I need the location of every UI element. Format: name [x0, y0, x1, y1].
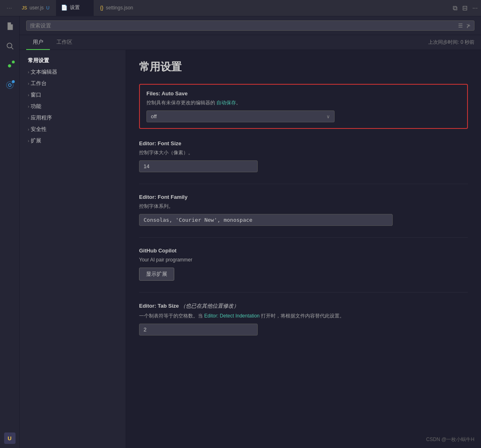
settings-panel: 常用设置 Files: Auto Save 控制具有未保存更改的编辑器的 自动保…: [126, 50, 481, 448]
settings-content: 常用设置 › 文本编辑器 › 工作台 › 窗口 › 功能: [20, 50, 481, 448]
tab-size-label: Editor: Tab Size （也已在其他位置修改）: [139, 302, 468, 310]
nav-item-extensions[interactable]: › 扩展: [20, 135, 126, 146]
auto-save-desc-before: 控制具有未保存更改的编辑器的: [146, 100, 216, 106]
nav-text-editor-label: 文本编辑器: [31, 68, 57, 76]
auto-save-link[interactable]: 自动保存: [216, 100, 236, 106]
chevron-text-editor-icon: ›: [28, 70, 29, 74]
chevron-features-icon: ›: [28, 104, 29, 109]
tab-workspace[interactable]: 工作区: [50, 35, 79, 50]
chevron-window-icon: ›: [28, 93, 29, 97]
nav-item-features[interactable]: › 功能: [20, 101, 126, 112]
detect-indentation-link[interactable]: Editor: Detect Indentation: [204, 313, 259, 319]
tab-userjs-label: user.js: [29, 5, 44, 11]
sync-label: 上次同步时间: 0 秒前: [428, 39, 474, 46]
svg-line-1: [11, 47, 13, 50]
font-family-label: Editor: Font Family: [139, 194, 468, 200]
chevron-security-icon: ›: [28, 127, 29, 132]
divider-font-family: [139, 237, 468, 238]
search-icons: ☰ ⊁: [458, 23, 471, 29]
github-copilot-desc: Your AI pair programmer: [139, 256, 468, 263]
tab-size-input[interactable]: [139, 324, 258, 335]
watermark: CSDN @一枚小蜗牛H: [426, 436, 474, 443]
more-actions-icon[interactable]: ···: [472, 5, 478, 12]
nav-item-application[interactable]: › 应用程序: [20, 112, 126, 124]
settings-tabs-row: 用户 工作区 上次同步时间: 0 秒前: [20, 35, 481, 50]
layout-icon[interactable]: ⊟: [462, 4, 468, 12]
extensions-activity-icon[interactable]: U: [3, 432, 16, 445]
setting-auto-save: Files: Auto Save 控制具有未保存更改的编辑器的 自动保存。 of…: [139, 84, 468, 129]
setting-github-copilot: GitHub Copilot Your AI pair programmer 显…: [139, 248, 468, 281]
user-avatar: U: [4, 432, 16, 444]
auto-save-select[interactable]: off ∨: [146, 110, 335, 122]
nav-item-workbench[interactable]: › 工作台: [20, 78, 126, 89]
nav-item-window[interactable]: › 窗口: [20, 89, 126, 101]
settings-file-icon: 📄: [61, 5, 67, 11]
search-bar: ☰ ⊁: [20, 16, 481, 35]
debug-activity-icon[interactable]: [3, 79, 16, 92]
chevron-application-icon: ›: [28, 116, 29, 120]
tab-settings-label: 设置: [70, 4, 80, 11]
font-family-desc: 控制字体系列。: [139, 203, 468, 210]
divider-font-size: [139, 184, 468, 184]
auto-save-select-value: off: [151, 113, 157, 119]
tab-user[interactable]: 用户: [26, 35, 50, 50]
tab-u-badge: U: [46, 5, 49, 10]
js-lang-icon: JS: [22, 5, 27, 10]
files-activity-icon[interactable]: [3, 20, 16, 33]
nav-application-label: 应用程序: [31, 114, 52, 122]
tab-userjs[interactable]: JS user.js U: [17, 0, 54, 16]
settings-panel-title: 常用设置: [139, 60, 468, 74]
titlebar-actions: ⧉ ⊟ ···: [453, 4, 478, 12]
nav-item-security[interactable]: › 安全性: [20, 124, 126, 135]
chevron-extensions-icon: ›: [28, 139, 29, 143]
search-input-wrapper: ☰ ⊁: [26, 20, 474, 31]
auto-save-dropdown-arrow: ∨: [326, 114, 330, 119]
titlebar-dots[interactable]: ···: [3, 5, 15, 12]
nav-features-label: 功能: [31, 103, 41, 110]
svg-point-0: [7, 43, 12, 48]
setting-font-size: Editor: Font Size 控制字体大小（像素）。: [139, 140, 468, 172]
tab-size-label-text: Editor: Tab Size: [139, 303, 179, 309]
font-family-input[interactable]: [139, 214, 393, 226]
tab-settings[interactable]: 📄 设置 ✕: [56, 0, 94, 16]
nav-item-common[interactable]: 常用设置: [20, 55, 126, 66]
titlebar: ··· JS user.js U 📄 设置 ✕ {} settings.json…: [0, 0, 481, 16]
tab-settings-json-label: settings.json: [106, 5, 133, 11]
settings-tabs-left: 用户 工作区: [26, 35, 79, 50]
nav-extensions-label: 扩展: [31, 137, 41, 144]
search-activity-icon[interactable]: [3, 39, 16, 52]
nav-window-label: 窗口: [31, 91, 41, 99]
list-settings-icon[interactable]: ☰: [458, 23, 463, 29]
font-size-desc: 控制字体大小（像素）。: [139, 149, 468, 156]
auto-save-desc: 控制具有未保存更改的编辑器的 自动保存。: [146, 99, 461, 106]
tab-size-desc-before: 一个制表符等于的空格数。当: [139, 313, 204, 319]
auto-save-desc-after: 。: [236, 100, 241, 106]
tab-size-desc-after: 打开时，将根据文件内容替代此设置。: [260, 313, 344, 319]
nav-common-label: 常用设置: [28, 57, 49, 64]
setting-font-family: Editor: Font Family 控制字体系列。: [139, 194, 468, 226]
activity-bar: ● U: [0, 16, 20, 448]
main-layout: ● U ☰ ⊁ 用户: [0, 16, 481, 448]
nav-workbench-label: 工作台: [31, 80, 47, 87]
show-extension-button[interactable]: 显示扩展: [139, 268, 174, 281]
json-file-icon: {}: [100, 5, 103, 11]
settings-nav: 常用设置 › 文本编辑器 › 工作台 › 窗口 › 功能: [20, 50, 126, 448]
settings-area: ☰ ⊁ 用户 工作区 上次同步时间: 0 秒前 常用设置: [20, 16, 481, 448]
source-control-activity-icon[interactable]: ●: [3, 59, 16, 72]
font-size-input[interactable]: [139, 160, 258, 172]
chevron-workbench-icon: ›: [28, 81, 29, 86]
font-size-label: Editor: Font Size: [139, 140, 468, 146]
svg-point-2: [8, 84, 11, 87]
nav-security-label: 安全性: [31, 126, 47, 133]
filter-settings-icon[interactable]: ⊁: [466, 23, 471, 29]
auto-save-label: Files: Auto Save: [146, 90, 461, 97]
search-input[interactable]: [30, 23, 455, 29]
tab-settings-json[interactable]: {} settings.json: [95, 0, 138, 16]
github-copilot-label: GitHub Copilot: [139, 248, 468, 254]
divider-copilot: [139, 292, 468, 293]
tab-size-modified-label: （也已在其他位置修改）: [179, 303, 239, 309]
nav-item-text-editor[interactable]: › 文本编辑器: [20, 66, 126, 78]
tab-size-desc: 一个制表符等于的空格数。当 Editor: Detect Indentation…: [139, 312, 468, 320]
split-editor-icon[interactable]: ⧉: [453, 5, 457, 12]
setting-tab-size: Editor: Tab Size （也已在其他位置修改） 一个制表符等于的空格数…: [139, 302, 468, 335]
